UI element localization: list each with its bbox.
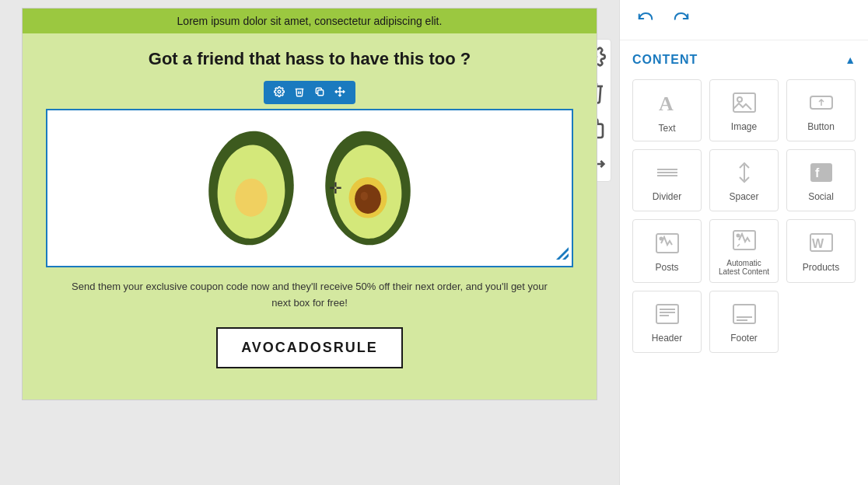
content-grid: A Text Image <box>632 79 856 353</box>
coupon-block: AVOCADOSRULE <box>46 319 573 384</box>
content-item-text[interactable]: A Text <box>632 79 702 141</box>
svg-text:f: f <box>815 166 820 180</box>
svg-point-23 <box>660 238 662 240</box>
svg-rect-13 <box>733 93 755 112</box>
panel-section-title: CONTENT <box>632 53 698 67</box>
panel-top-toolbar <box>620 0 868 40</box>
button-content-icon <box>809 92 834 117</box>
email-banner: Lorem ipsum dolor sit amet, consectetur … <box>23 9 597 33</box>
content-item-divider[interactable]: Divider <box>632 149 702 211</box>
avocado-left-half <box>201 126 302 250</box>
header-content-icon <box>655 303 680 328</box>
text-content-icon: A <box>655 90 680 118</box>
social-content-icon: f <box>809 162 834 187</box>
collapse-arrow[interactable]: ▲ <box>845 54 856 66</box>
content-item-image-label: Image <box>731 121 757 132</box>
image-block[interactable]: ✛ <box>46 109 573 267</box>
content-item-posts[interactable]: Posts <box>632 219 702 283</box>
block-toolbar <box>46 81 573 104</box>
footer-content-icon <box>732 303 757 328</box>
svg-point-11 <box>361 192 368 201</box>
svg-point-10 <box>355 184 381 214</box>
svg-rect-28 <box>656 305 678 323</box>
canvas-area: Lorem ipsum dolor sit amet, consectetur … <box>0 0 619 485</box>
content-item-header-label: Header <box>652 333 682 344</box>
content-item-text-label: Text <box>658 123 675 134</box>
svg-text:A: A <box>659 92 674 115</box>
content-item-spacer[interactable]: Spacer <box>709 149 779 211</box>
block-toolbar-inner <box>264 81 355 104</box>
block-delete-btn[interactable] <box>290 85 309 100</box>
content-item-footer[interactable]: Footer <box>709 291 779 353</box>
spacer-content-icon <box>732 162 757 187</box>
content-item-button[interactable]: Button <box>786 79 856 141</box>
svg-text:W: W <box>812 237 824 250</box>
alc-content-icon <box>732 229 757 254</box>
redo-button[interactable] <box>668 8 695 32</box>
content-item-alc[interactable]: Automatic Latest Content <box>709 219 779 283</box>
content-item-button-label: Button <box>807 121 835 132</box>
email-canvas: Lorem ipsum dolor sit amet, consectetur … <box>22 8 597 400</box>
content-item-products-label: Products <box>803 262 839 273</box>
panel-content: CONTENT ▲ A Text <box>620 40 868 485</box>
undo-button[interactable] <box>632 8 659 32</box>
content-item-products[interactable]: W Products <box>786 219 856 283</box>
avocado-image <box>47 110 572 266</box>
block-duplicate-btn[interactable] <box>310 85 329 100</box>
content-item-alc-label: Automatic Latest Content <box>716 259 772 276</box>
content-item-header[interactable]: Header <box>632 291 702 353</box>
resize-handle[interactable] <box>556 247 569 263</box>
content-item-footer-label: Footer <box>730 333 758 344</box>
banner-text: Lorem ipsum dolor sit amet, consectetur … <box>177 15 443 27</box>
email-text-block: Send them your exclusive coupon code now… <box>46 267 573 319</box>
coupon-button[interactable]: AVOCADOSRULE <box>216 327 403 368</box>
right-panel: CONTENT ▲ A Text <box>619 0 868 485</box>
block-move-btn[interactable] <box>331 85 349 100</box>
svg-point-25 <box>737 235 739 237</box>
panel-section-header: CONTENT ▲ <box>632 53 856 67</box>
content-item-divider-label: Divider <box>653 191 681 202</box>
svg-rect-20 <box>810 163 832 182</box>
email-heading: Got a friend that hass to have this too … <box>46 49 573 69</box>
divider-content-icon <box>655 162 680 187</box>
content-item-spacer-label: Spacer <box>729 191 758 202</box>
image-content-icon <box>732 92 757 117</box>
posts-content-icon <box>655 232 680 257</box>
email-body: Got a friend that hass to have this too … <box>23 33 597 400</box>
content-item-image[interactable]: Image <box>709 79 779 141</box>
content-item-posts-label: Posts <box>655 262 678 273</box>
crosshair-cursor: ✛ <box>329 179 342 197</box>
content-item-social[interactable]: f Social <box>786 149 856 211</box>
svg-point-14 <box>737 97 742 102</box>
svg-point-2 <box>278 90 281 93</box>
block-settings-btn[interactable] <box>270 85 289 100</box>
content-item-social-label: Social <box>808 191 834 202</box>
products-content-icon: W <box>809 232 834 257</box>
svg-rect-3 <box>318 90 324 96</box>
